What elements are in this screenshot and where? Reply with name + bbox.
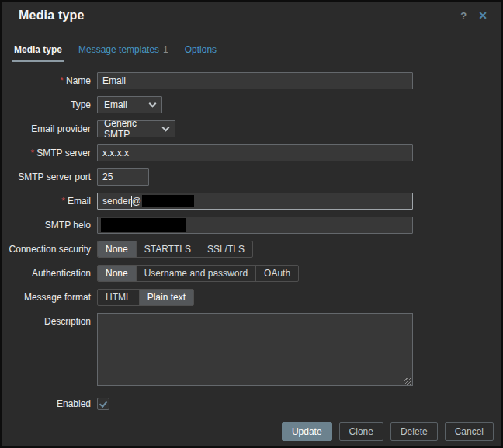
form-row-type: Type Email [2, 96, 501, 113]
form-row-smtp-port: SMTP server port [2, 168, 501, 186]
description-label: Description [2, 313, 91, 328]
email-value-before-caret: sender [102, 196, 131, 207]
dialog-titlebar: Media type ? ✕ [2, 2, 501, 23]
connection-security-option-ssltls[interactable]: SSL/TLS [199, 241, 252, 257]
smtp-server-input[interactable] [97, 144, 413, 161]
required-asterisk: * [60, 75, 64, 86]
resize-handle[interactable] [404, 378, 411, 385]
email-provider-select[interactable]: Generic SMTP [97, 120, 175, 137]
smtp-helo-label: SMTP helo [2, 217, 91, 234]
type-select[interactable]: Email [97, 96, 162, 113]
form-row-connection-security: Connection security None STARTTLS SSL/TL… [2, 241, 501, 258]
media-type-dialog: Media type ? ✕ Media type Message templa… [0, 0, 503, 448]
smtp-port-label: SMTP server port [2, 168, 91, 186]
name-label: Name [66, 75, 91, 86]
type-select-value: Email [104, 99, 127, 110]
type-label: Type [2, 96, 91, 113]
smtp-port-input[interactable] [97, 168, 149, 186]
update-button[interactable]: Update [282, 422, 332, 441]
tab-count-badge: 1 [163, 44, 168, 55]
form-row-authentication: Authentication None Username and passwor… [2, 265, 501, 282]
redaction-box [142, 195, 194, 207]
dialog-title: Media type [19, 9, 85, 23]
form-row-email-provider: Email provider Generic SMTP [2, 120, 501, 137]
tab-media-type[interactable]: Media type [12, 40, 64, 62]
enabled-label: Enabled [2, 395, 91, 412]
authentication-option-oauth[interactable]: OAuth [255, 266, 298, 281]
authentication-label: Authentication [2, 265, 91, 282]
connection-security-option-starttls[interactable]: STARTTLS [136, 241, 199, 257]
email-value-after-caret: @ [132, 196, 141, 207]
chevron-down-icon [162, 123, 170, 131]
cancel-button[interactable]: Cancel [445, 422, 494, 441]
form-row-email: *Email sender @ [2, 193, 501, 210]
authentication-option-none[interactable]: None [98, 266, 136, 281]
email-label: Email [68, 196, 91, 207]
message-format-label: Message format [2, 289, 91, 306]
required-asterisk: * [61, 196, 65, 207]
message-format-option-html[interactable]: HTML [98, 290, 139, 305]
message-format-radio-group: HTML Plain text [97, 289, 194, 306]
authentication-option-username-password[interactable]: Username and password [136, 266, 255, 281]
tab-message-templates[interactable]: Message templates 1 [77, 40, 170, 62]
smtp-server-label: SMTP server [36, 148, 91, 158]
enabled-checkbox[interactable] [97, 398, 109, 410]
smtp-helo-input[interactable] [97, 217, 413, 234]
clone-button[interactable]: Clone [339, 422, 383, 441]
name-input[interactable] [97, 72, 413, 89]
chevron-down-icon [149, 99, 157, 107]
form-row-name: *Name [2, 72, 501, 89]
tab-options[interactable]: Options [183, 40, 218, 62]
form-row-enabled: Enabled [2, 395, 501, 412]
form-row-smtp-server: *SMTP server [2, 144, 501, 161]
required-asterisk: * [31, 148, 35, 158]
connection-security-radio-group: None STARTTLS SSL/TLS [97, 241, 253, 258]
tab-label: Media type [14, 44, 62, 55]
email-provider-label: Email provider [2, 120, 91, 137]
checkmark-icon [99, 399, 107, 408]
tab-label: Message templates [78, 44, 159, 55]
tab-label: Options [185, 44, 217, 55]
close-icon[interactable]: ✕ [478, 9, 487, 22]
connection-security-label: Connection security [2, 241, 91, 258]
redaction-box [101, 218, 186, 232]
tab-bar: Media type Message templates 1 Options [2, 40, 501, 61]
dialog-footer: Update Clone Delete Cancel [282, 422, 494, 441]
delete-button[interactable]: Delete [390, 422, 438, 441]
media-type-form: *Name Type Email Email provider Generic … [2, 61, 501, 412]
email-input[interactable]: sender @ [97, 193, 413, 210]
form-row-smtp-helo: SMTP helo [2, 217, 501, 234]
titlebar-actions: ? ✕ [460, 9, 487, 22]
email-provider-select-value: Generic SMTP [104, 118, 157, 140]
authentication-radio-group: None Username and password OAuth [97, 265, 299, 282]
form-row-message-format: Message format HTML Plain text [2, 289, 501, 306]
description-textarea[interactable] [97, 313, 413, 386]
connection-security-option-none[interactable]: None [98, 241, 136, 257]
form-row-description: Description [2, 313, 501, 388]
help-icon[interactable]: ? [460, 10, 467, 22]
message-format-option-plain-text[interactable]: Plain text [139, 290, 193, 305]
